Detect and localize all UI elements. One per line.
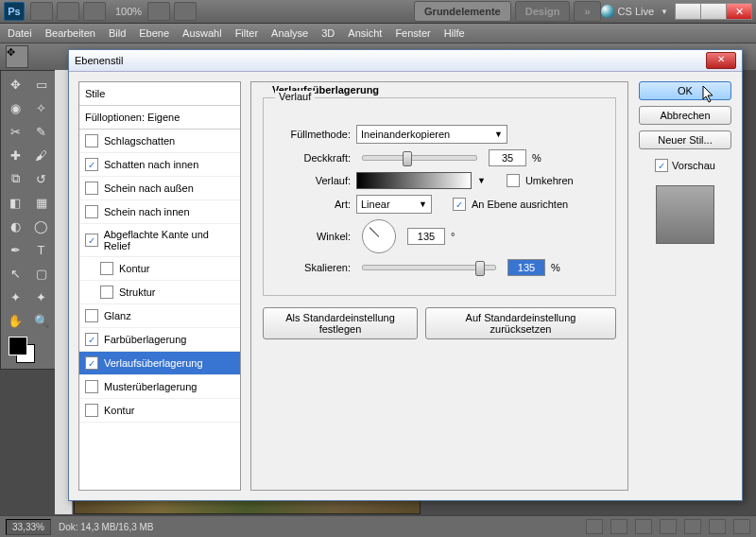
dodge-tool[interactable]: ◯ [29, 215, 54, 237]
menu-analyse[interactable]: Analyse [271, 27, 308, 39]
dialog-close-button[interactable]: ✕ [706, 52, 736, 69]
sb-link-icon[interactable] [586, 519, 603, 534]
color-swatches[interactable] [3, 333, 54, 367]
minibridge-icon[interactable] [57, 2, 79, 21]
3dcamera-tool[interactable]: ✦ [29, 286, 54, 308]
view-extras-icon[interactable] [83, 2, 106, 21]
style-item-10[interactable]: Musterüberlagerung [79, 375, 240, 399]
gradient-tool[interactable]: ▦ [29, 191, 54, 214]
style-item-8[interactable]: Farbüberlagerung [79, 328, 240, 352]
menu-auswahl[interactable]: Auswahl [182, 27, 222, 39]
style-checkbox[interactable] [100, 286, 113, 299]
shape-tool[interactable]: ▢ [29, 262, 54, 285]
angle-value[interactable]: 135 [407, 228, 445, 245]
align-checkbox[interactable] [453, 198, 466, 211]
scale-slider[interactable] [362, 265, 496, 270]
path-tool[interactable]: ↖ [3, 262, 27, 285]
style-item-7[interactable]: Glanz [79, 304, 240, 328]
lasso-tool[interactable]: ◉ [3, 96, 27, 119]
style-checkbox[interactable] [100, 262, 113, 275]
style-item-3[interactable]: Schein nach innen [79, 200, 240, 224]
workspace-tab-design[interactable]: Design [515, 1, 571, 22]
style-checkbox[interactable] [85, 182, 98, 195]
scale-value[interactable]: 135 [507, 259, 545, 276]
opacity-value[interactable]: 35 [489, 149, 526, 166]
cslive-button[interactable]: CS Live▼ [601, 5, 668, 18]
gradient-type-combo[interactable]: Linear▼ [356, 195, 432, 214]
bridge-icon[interactable] [30, 2, 53, 21]
style-item-11[interactable]: Kontur [79, 399, 240, 423]
style-item-5[interactable]: Kontur [79, 257, 240, 281]
style-checkbox[interactable] [85, 380, 98, 393]
workspace-tab-grundelemente[interactable]: Grundelemente [414, 1, 511, 22]
sb-folder-icon[interactable] [684, 519, 701, 534]
history-brush-tool[interactable]: ↺ [29, 167, 54, 190]
styles-header[interactable]: Stile [79, 82, 240, 106]
style-checkbox[interactable] [85, 356, 98, 370]
style-item-9[interactable]: Verlaufsüberlagerung [79, 352, 240, 375]
make-default-button[interactable]: Als Standardeinstellung festlegen [263, 307, 418, 339]
type-tool[interactable]: T [29, 238, 54, 261]
3d-tool[interactable]: ✦ [3, 286, 27, 308]
new-style-button[interactable]: Neuer Stil... [639, 130, 731, 149]
menu-ansicht[interactable]: Ansicht [348, 27, 382, 39]
menu-fenster[interactable]: Fenster [395, 27, 430, 39]
brush-tool[interactable]: 🖌 [29, 144, 54, 166]
ok-button[interactable]: OK [639, 81, 731, 100]
eraser-tool[interactable]: ◧ [3, 191, 27, 214]
zoom-level[interactable]: 100% [115, 6, 142, 17]
menu-datei[interactable]: Datei [8, 27, 32, 39]
style-item-0[interactable]: Schlagschatten [79, 130, 240, 153]
current-tool-icon[interactable]: ✥ [6, 45, 28, 68]
menu-ebene[interactable]: Ebene [139, 27, 169, 39]
style-checkbox[interactable] [85, 234, 98, 247]
menu-filter[interactable]: Filter [235, 27, 258, 39]
reverse-checkbox[interactable] [507, 174, 520, 187]
dialog-titlebar[interactable]: Ebenenstil ✕ [69, 50, 742, 72]
zoom-tool[interactable]: 🔍 [29, 309, 54, 332]
style-item-1[interactable]: Schatten nach innen [79, 153, 240, 177]
style-checkbox[interactable] [85, 309, 98, 322]
gradient-picker[interactable] [356, 172, 472, 189]
style-checkbox[interactable] [85, 134, 98, 147]
pen-tool[interactable]: ✒ [3, 238, 27, 261]
angle-dial[interactable] [362, 219, 396, 253]
workspace-more[interactable]: » [574, 1, 600, 22]
menu-hilfe[interactable]: Hilfe [444, 27, 465, 39]
window-minimize[interactable]: ─ [675, 3, 701, 20]
sb-new-icon[interactable] [709, 519, 726, 534]
style-checkbox[interactable] [85, 404, 98, 417]
style-item-2[interactable]: Schein nach außen [79, 177, 240, 200]
blending-options[interactable]: Füllopt​ionen: Eigene [79, 106, 240, 130]
eyedropper-tool[interactable]: ✎ [29, 120, 54, 143]
move-tool[interactable]: ✥ [3, 73, 27, 95]
sb-adj-icon[interactable] [660, 519, 677, 534]
sb-mask-icon[interactable] [635, 519, 652, 534]
menu-bild[interactable]: Bild [109, 27, 126, 39]
blur-tool[interactable]: ◐ [3, 215, 27, 237]
menu-3d[interactable]: 3D [321, 27, 335, 39]
arrange-icon[interactable] [147, 2, 170, 21]
marquee-tool[interactable]: ▭ [29, 73, 54, 95]
style-checkbox[interactable] [85, 205, 98, 218]
style-checkbox[interactable] [85, 158, 98, 171]
cancel-button[interactable]: Abbrechen [639, 106, 731, 125]
menu-bearbeiten[interactable]: Bearbeiten [45, 27, 95, 39]
hand-tool[interactable]: ✋ [3, 309, 27, 332]
window-maximize[interactable]: ▭ [700, 3, 727, 20]
style-checkbox[interactable] [85, 333, 98, 346]
stamp-tool[interactable]: ⧉ [3, 167, 27, 190]
wand-tool[interactable]: ✧ [29, 96, 54, 119]
style-item-6[interactable]: Struktur [79, 281, 240, 304]
screenmode-icon[interactable] [174, 2, 197, 21]
status-zoom[interactable]: 33,33% [6, 519, 51, 535]
sb-trash-icon[interactable] [733, 519, 750, 534]
crop-tool[interactable]: ✂ [3, 120, 27, 143]
heal-tool[interactable]: ✚ [3, 144, 27, 166]
opacity-slider[interactable] [362, 155, 477, 161]
style-item-4[interactable]: Abgeflachte Kante und Relief [79, 224, 240, 257]
sb-fx-icon[interactable] [610, 519, 627, 534]
window-close[interactable]: ✕ [726, 3, 752, 20]
preview-checkbox[interactable] [655, 159, 668, 172]
blend-mode-combo[interactable]: Ineinanderkopieren▼ [356, 125, 507, 144]
